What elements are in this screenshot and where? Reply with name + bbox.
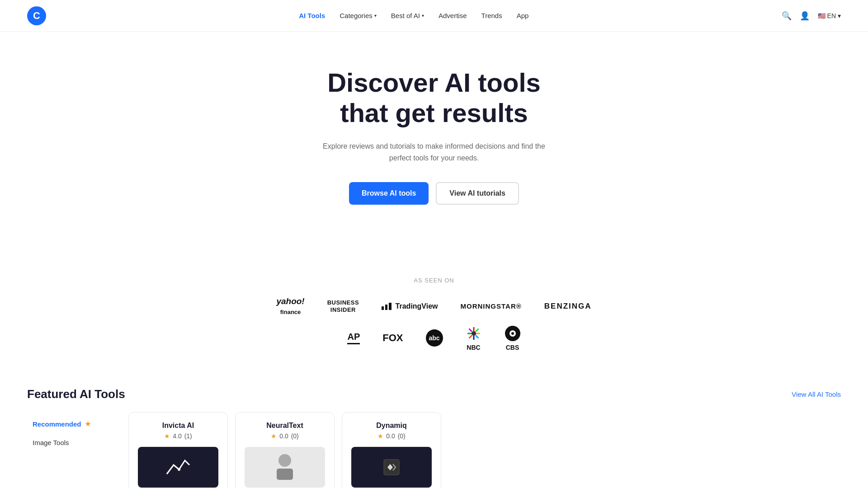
nbc-logo: NBC xyxy=(466,325,482,351)
featured-section: Featured AI Tools View All AI Tools Reco… xyxy=(0,369,868,488)
business-insider-logo: BUSINESSINSIDER xyxy=(327,299,359,313)
morningstar-logo: MORNINGSTAR® xyxy=(461,302,522,310)
logos-row-2: AP FOX abc NBC CBS xyxy=(27,325,841,351)
navbar: C AI Tools Categories ▾ Best of AI ▾ Adv… xyxy=(0,0,868,32)
chevron-down-icon: ▾ xyxy=(422,13,424,18)
featured-header: Featured AI Tools View All AI Tools xyxy=(27,387,841,401)
card-thumbnail xyxy=(351,447,432,488)
card-rating: ★ 0.0 (0) xyxy=(351,432,432,440)
yahoo-logo: yahoo!finance xyxy=(276,296,304,316)
cbs-logo: CBS xyxy=(505,325,521,351)
card-thumbnail xyxy=(245,447,325,488)
as-seen-on-section: AS SEEN ON yahoo!finance BUSINESSINSIDER… xyxy=(0,259,868,369)
nav-categories[interactable]: Categories ▾ xyxy=(340,12,377,19)
card-name: NeuralText xyxy=(245,422,325,430)
svg-rect-6 xyxy=(277,469,293,480)
star-icon: ★ xyxy=(164,432,170,440)
view-ai-tutorials-button[interactable]: View AI tutorials xyxy=(436,182,519,205)
nav-app[interactable]: App xyxy=(517,12,529,19)
nav-ai-tools[interactable]: AI Tools xyxy=(299,12,325,19)
svg-point-4 xyxy=(178,468,180,471)
hero-buttons: Browse AI tools View AI tutorials xyxy=(27,182,841,205)
language-selector[interactable]: 🇺🇸 EN ▾ xyxy=(818,12,841,19)
browse-ai-tools-button[interactable]: Browse AI tools xyxy=(349,182,429,205)
tool-cards-row: Invicta AI ★ 4.0 (1) NeuralText ★ xyxy=(128,412,841,488)
user-icon[interactable]: 👤 xyxy=(800,11,810,21)
star-icon: ★ xyxy=(85,420,91,427)
logo[interactable]: C xyxy=(27,6,46,25)
svg-point-5 xyxy=(278,454,291,467)
svg-point-3 xyxy=(511,332,514,335)
search-icon[interactable]: 🔍 xyxy=(782,11,792,21)
fox-logo: FOX xyxy=(382,332,403,344)
benzinga-logo: BENZINGA xyxy=(544,302,592,311)
tool-card-invicta[interactable]: Invicta AI ★ 4.0 (1) xyxy=(128,412,228,488)
logo-icon: C xyxy=(27,6,46,25)
hero-subtitle: Explore reviews and tutorials to make in… xyxy=(321,141,547,164)
hero-title: Discover AI tools that get results xyxy=(276,68,592,128)
tool-card-dynamiq[interactable]: Dynamiq ★ 0.0 (0) xyxy=(342,412,441,488)
as-seen-label: AS SEEN ON xyxy=(27,277,841,284)
featured-sidebar: Recommended ★ Image Tools xyxy=(27,412,118,488)
chevron-down-icon: ▾ xyxy=(374,13,377,18)
nav-trends[interactable]: Trends xyxy=(481,12,502,19)
tool-card-neuraltext[interactable]: NeuralText ★ 0.0 (0) xyxy=(235,412,335,488)
card-thumbnail xyxy=(138,447,218,488)
nav-links: AI Tools Categories ▾ Best of AI ▾ Adver… xyxy=(299,12,528,19)
featured-layout: Recommended ★ Image Tools Invicta AI ★ 4… xyxy=(27,412,841,488)
view-all-tools-link[interactable]: View All AI Tools xyxy=(792,390,841,398)
nav-best-of-ai[interactable]: Best of AI ▾ xyxy=(391,12,424,19)
card-rating: ★ 0.0 (0) xyxy=(245,432,325,440)
nav-right: 🔍 👤 🇺🇸 EN ▾ xyxy=(782,11,841,21)
ap-logo: AP xyxy=(347,332,360,344)
star-icon: ★ xyxy=(377,432,383,440)
sidebar-item-image-tools[interactable]: Image Tools xyxy=(27,434,118,451)
chevron-down-icon: ▾ xyxy=(838,12,841,19)
hero-section: Discover AI tools that get results Explo… xyxy=(0,32,868,259)
svg-point-0 xyxy=(472,331,476,336)
featured-title: Featured AI Tools xyxy=(27,387,125,401)
abc-logo: abc xyxy=(426,329,443,347)
card-name: Invicta AI xyxy=(138,422,218,430)
sidebar-item-recommended[interactable]: Recommended ★ xyxy=(27,416,118,432)
card-name: Dynamiq xyxy=(351,422,432,430)
card-rating: ★ 4.0 (1) xyxy=(138,432,218,440)
star-icon: ★ xyxy=(271,432,277,440)
tradingview-logo: TradingView xyxy=(382,302,438,310)
logos-row-1: yahoo!finance BUSINESSINSIDER TradingVie… xyxy=(27,296,841,316)
flag-icon: 🇺🇸 xyxy=(818,12,826,19)
nav-advertise[interactable]: Advertise xyxy=(439,12,467,19)
